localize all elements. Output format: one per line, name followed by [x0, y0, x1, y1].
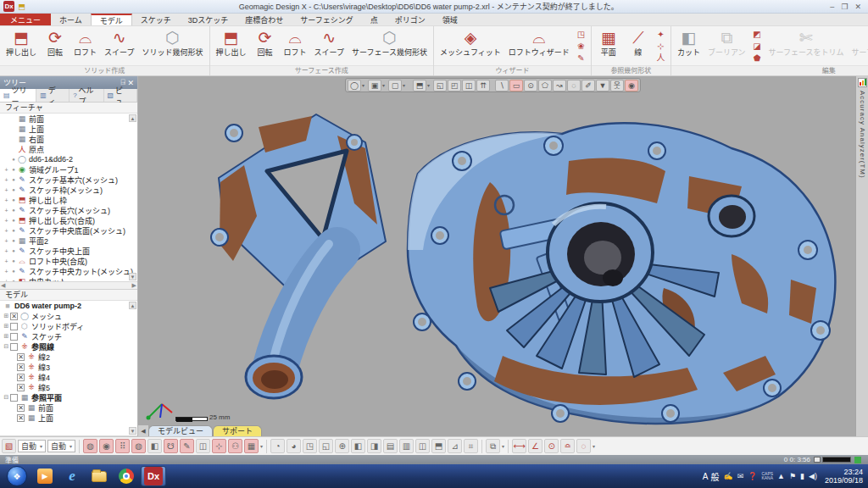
expand-icon[interactable]: + — [3, 167, 10, 173]
app-logo-icon[interactable]: Dx — [3, 1, 14, 12]
cut-button[interactable]: ◧カット — [674, 27, 704, 65]
visibility-checkbox[interactable] — [10, 394, 18, 402]
previous-view-icon[interactable]: ◧ — [351, 439, 365, 453]
mesh-fit-wizard-button[interactable]: ◈メッシュフィット — [437, 27, 504, 65]
extrude-surface-button[interactable]: ⬒押し出し — [213, 27, 250, 65]
visibility-checkbox[interactable]: ✕ — [17, 353, 25, 361]
visibility-checkbox[interactable] — [10, 323, 18, 330]
tree-item[interactable]: ✕⁜線4 — [0, 372, 137, 382]
revolve-wizard-icon[interactable]: ❀ — [576, 41, 587, 52]
scroll-up-icon[interactable]: ▲ — [129, 114, 136, 122]
scroll-up-icon[interactable]: ▲ — [129, 302, 136, 309]
rotate-view-icon[interactable]: ◔ — [270, 439, 285, 453]
selection-frame-icon[interactable]: ▧ — [2, 439, 16, 453]
auto-select-dropdown-2[interactable]: 自動▾ — [47, 440, 75, 452]
tree-item[interactable]: +●✎スケッチ枠(メッシュ) — [0, 185, 137, 195]
sweep-solid-button[interactable]: ∿スイープ — [101, 27, 137, 65]
tree-item[interactable]: +●✎スケッチ中央上面 — [0, 246, 137, 256]
ribbon-tab-スケッチ[interactable]: スケッチ — [132, 14, 180, 25]
dropdown-caret-icon[interactable]: ▾ — [382, 82, 387, 88]
clip-plane-2-icon[interactable]: ◰ — [448, 80, 461, 92]
visibility-checkbox[interactable]: ✕ — [17, 374, 25, 381]
power-icon[interactable]: ▮ — [800, 472, 804, 480]
expand-icon[interactable]: + — [3, 177, 10, 183]
help-tray-icon[interactable]: ❓ — [748, 472, 757, 480]
dropdown-caret-icon[interactable]: ▾ — [593, 443, 595, 449]
loft-surface-button[interactable]: ⌓ロフト — [281, 27, 310, 65]
visibility-checkbox[interactable]: ✕ — [17, 363, 25, 371]
chamfer-icon[interactable]: ◪ — [752, 41, 763, 52]
tree-item[interactable]: ⊞✕◯メッシュ — [0, 311, 137, 321]
ribbon-tab-座標合わせ[interactable]: 座標合わせ — [236, 14, 292, 25]
volume-icon[interactable]: ◀) — [809, 472, 817, 480]
solid-primitive-button[interactable]: ⬡ソリッド幾何形状 — [139, 27, 207, 65]
3d-viewport[interactable]: ◯▾▣▾▢▾⬒▾◱◰◫⇈∖▭⊙⬠↝◌✐▼웃◉ 25 mm ◀ モデルビュー サポ… — [138, 76, 855, 436]
scroll-down-icon[interactable]: ▼ — [129, 427, 136, 435]
taskbar-clock[interactable]: 23:24 2019/09/18 — [821, 468, 863, 485]
measure-mesh-icon[interactable]: ◌ — [576, 439, 591, 453]
visibility-eye-icon[interactable]: ◉ — [625, 80, 638, 92]
tab-model-view[interactable]: モデルビュー — [148, 425, 213, 436]
iso-view-icon[interactable]: ⬒ — [431, 439, 446, 453]
fillet-icon[interactable]: ◩ — [752, 29, 763, 40]
tree-item[interactable]: ●◯dd6-1&dd6-2 — [0, 154, 137, 164]
normal-view-icon[interactable]: ⊿ — [448, 439, 462, 453]
pump-scan-model[interactable] — [138, 76, 855, 436]
tree-item[interactable]: ✕▦前面 — [0, 402, 137, 413]
tree-item[interactable]: 人原点 — [0, 144, 137, 154]
tree-item[interactable]: +●◧中央カット — [0, 276, 137, 282]
zoom-icon[interactable]: ⊕ — [335, 439, 349, 453]
point-display-toggle[interactable]: ⠿ — [115, 439, 130, 453]
expand-icon[interactable]: + — [3, 238, 10, 244]
tree-item[interactable]: ▦右面 — [0, 134, 137, 144]
zoom-fit-icon[interactable]: ◱ — [319, 439, 333, 453]
expand-icon[interactable]: ⊞ — [3, 333, 10, 340]
panel-tab-ディ..[interactable]: ▥ディ.. — [36, 89, 70, 102]
measure-radius-icon[interactable]: ⊙ — [544, 439, 559, 453]
camera-view-icon[interactable]: ⌗ — [464, 439, 478, 453]
tree-item[interactable]: ⊞⬡ソリッドボディ — [0, 321, 137, 331]
ribbon-tab-モデル[interactable]: モデル — [91, 14, 132, 25]
design-x-icon[interactable]: Dx — [141, 466, 166, 486]
start-button[interactable]: ❖ — [7, 466, 27, 486]
export-icon[interactable]: ⬒ — [16, 1, 27, 12]
back-view-icon[interactable]: ▥ — [399, 439, 414, 453]
dropdown-caret-icon[interactable]: ▾ — [427, 82, 432, 88]
select-circle-icon[interactable]: ⊙ — [524, 80, 537, 92]
tree-item[interactable]: +●✎スケッチ基本穴(メッシュ) — [0, 175, 137, 185]
loft-solid-button[interactable]: ⌓ロフト — [70, 27, 100, 65]
minimize-button[interactable]: – — [830, 3, 834, 11]
expand-icon[interactable]: + — [3, 187, 10, 193]
ribbon-tab-領域[interactable]: 領域 — [434, 14, 466, 25]
tree-item[interactable]: +●⬒押し出し枠 — [0, 195, 137, 205]
internet-explorer-icon[interactable]: e — [59, 466, 85, 486]
dropdown-caret-icon[interactable]: ▾ — [502, 443, 504, 449]
view-section-icon[interactable]: ⬒ — [413, 80, 426, 92]
panel-tab-ビュ..[interactable]: ▧ビュ.. — [104, 89, 138, 102]
ribbon-tab-サーフェシング[interactable]: サーフェシング — [292, 14, 361, 25]
pin-view-icon[interactable]: ⇈ — [476, 80, 490, 92]
front-view-icon[interactable]: ▤ — [383, 439, 398, 453]
file-explorer-icon[interactable] — [86, 466, 112, 486]
point-cloud-display-toggle[interactable]: ⚇ — [228, 439, 242, 453]
tree-item[interactable]: +●✎スケッチ中央カット(メッシュ) — [0, 266, 137, 276]
visibility-checkbox[interactable]: ✕ — [17, 404, 25, 412]
tree-item[interactable]: ✕▦上面 — [0, 413, 137, 423]
select-lasso-icon[interactable]: ◌ — [567, 80, 581, 92]
globe-view-icon[interactable]: ◕ — [287, 439, 301, 453]
ime-mode-icon[interactable]: 般 — [710, 470, 719, 483]
left-view-icon[interactable]: ◫ — [415, 439, 430, 453]
expand-icon[interactable]: + — [3, 248, 10, 254]
visibility-checkbox[interactable] — [10, 333, 18, 341]
reference-coordinate-icon[interactable]: 人 — [655, 53, 666, 64]
reference-point-icon[interactable]: ✦ — [655, 29, 666, 40]
media-player-icon[interactable]: ▶ — [32, 466, 58, 486]
select-rectangle-icon[interactable]: ▭ — [509, 80, 523, 92]
sweep-wizard-icon[interactable]: ✎ — [576, 53, 587, 64]
expand-icon[interactable]: + — [3, 218, 10, 224]
zoom-area-icon[interactable]: ◳ — [303, 439, 317, 453]
action-center-flag-icon[interactable]: ⚑ — [789, 472, 796, 480]
expand-icon[interactable]: ⊞ — [3, 313, 10, 319]
expand-icon[interactable]: ⊞ — [3, 323, 10, 330]
tree-item[interactable]: ▦上面 — [0, 124, 137, 134]
